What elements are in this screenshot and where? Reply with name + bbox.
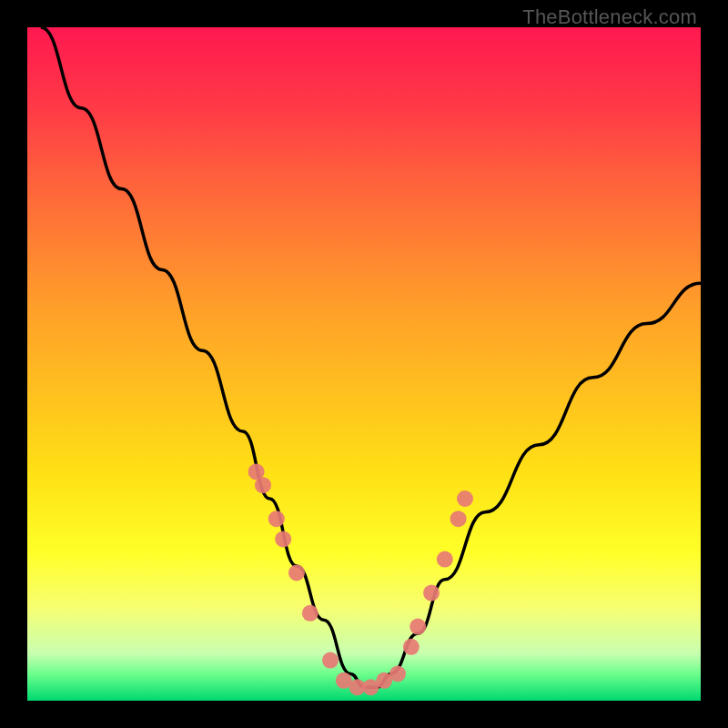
bottleneck-curve-line	[41, 27, 701, 687]
marker-dot	[302, 605, 318, 622]
marker-dot	[389, 665, 406, 682]
highlighted-markers-group	[248, 463, 473, 695]
chart-frame: TheBottleneck.com	[0, 0, 728, 728]
marker-dot	[450, 511, 467, 527]
marker-dot	[288, 564, 305, 581]
plot-area	[27, 27, 701, 701]
watermark-text: TheBottleneck.com	[522, 5, 697, 29]
curve-path	[41, 27, 701, 687]
marker-dot	[410, 619, 426, 635]
marker-dot	[403, 639, 420, 655]
marker-dot	[457, 490, 473, 507]
marker-dot	[255, 477, 271, 493]
marker-dot	[268, 511, 285, 527]
marker-dot	[322, 652, 339, 669]
chart-svg	[27, 27, 701, 701]
marker-dot	[437, 551, 453, 568]
marker-dot	[275, 531, 291, 547]
marker-dot	[423, 585, 440, 602]
